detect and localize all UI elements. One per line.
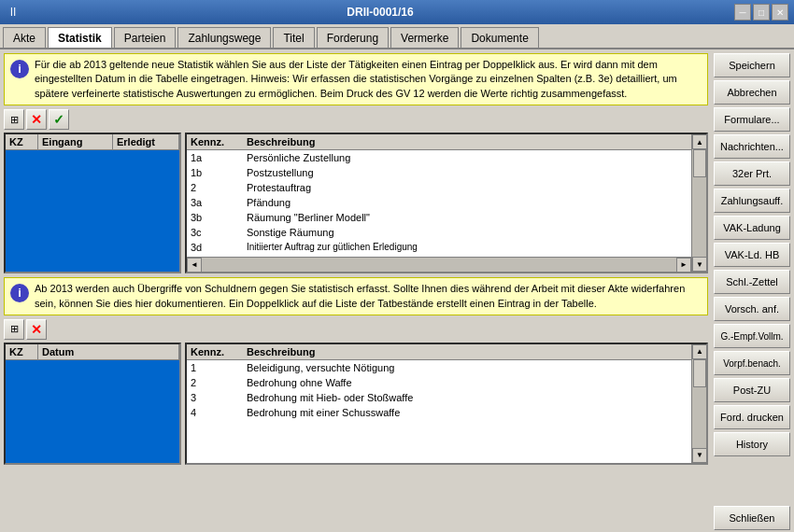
table-2-body[interactable] [6,360,179,463]
list-item[interactable]: 2Bedrohung ohne Waffe [187,375,706,390]
h-scroll-track-1[interactable] [202,258,676,272]
g-empf-vollm-button[interactable]: G.-Empf.Vollm. [714,324,790,348]
maximize-button[interactable]: □ [753,4,770,21]
tab-bar: Akte Statistik Parteien Zahlungswege Tit… [0,24,794,49]
list-item[interactable]: 4Bedrohung mit einer Schusswaffe [187,405,706,420]
tool-btn-check-1[interactable]: ✓ [49,109,69,130]
scroll-down-1[interactable]: ▼ [692,257,707,272]
scroll-thumb-2[interactable] [693,359,706,387]
col-kz-2: KZ [6,344,38,359]
list-2-body: 1Beleidigung, versuchte Nötigung 2Bedroh… [187,360,706,463]
list-2-scrollbar[interactable]: ▲ ▼ [691,344,706,463]
list-item[interactable]: 1bPostzustellung [187,165,706,180]
list-item[interactable]: 1aPersönliche Zustellung [187,150,706,165]
list-box-2: Kennz. Beschreibung 1Beleidigung, versuc… [185,343,708,465]
window-title: DRII-0001/16 [26,6,734,19]
info-box-1: i Für die ab 2013 geltende neue Statisti… [4,53,708,105]
col-eingang: Eingang [38,134,113,149]
h-scrollbar-1[interactable]: ◄ ► [187,257,691,272]
zahlungsauff-button[interactable]: Zahlungsauff. [714,189,790,213]
table-section-1: KZ Eingang Erledigt Kennz. Beschreibung … [4,133,708,273]
list-item[interactable]: 2Protestauftrag [187,180,706,195]
table-2: KZ Datum [4,343,181,465]
left-panel: i Für die ab 2013 geltende neue Statisti… [0,49,712,532]
h-scroll-left-1[interactable]: ◄ [187,258,202,273]
toolbar-2: ⊞ ✕ [4,319,708,340]
col-kz-1: KZ [6,134,38,149]
32er-prt-button[interactable]: 32er Prt. [714,161,790,186]
list-item[interactable]: 3Bedrohung mit Hieb- oder Stoßwaffe [187,390,706,405]
table-1: KZ Eingang Erledigt [4,133,181,273]
info-text-2: Ab 2013 werden auch Übergriffe von Schul… [35,282,702,311]
title-bar: II DRII-0001/16 ─ □ ✕ [0,0,794,24]
list-item[interactable]: 3cSonstige Räumung [187,225,706,240]
vorpf-benach-button[interactable]: Vorpf.benach. [714,351,790,375]
toolbar-1: ⊞ ✕ ✓ [4,109,708,130]
scroll-thumb-1[interactable] [693,149,706,177]
table-2-header: KZ Datum [6,344,179,360]
tool-btn-grid-2[interactable]: ⊞ [4,319,24,340]
table-section-2: KZ Datum Kennz. Beschreibung 1Beleidigun… [4,343,708,465]
tool-btn-delete-2[interactable]: ✕ [26,319,47,340]
app-icon: II [6,5,21,20]
tab-dokumente[interactable]: Dokumente [461,27,538,48]
schliessen-button[interactable]: Schließen [714,506,790,530]
tab-titel[interactable]: Titel [273,27,314,48]
scroll-track-2[interactable] [692,359,706,448]
tab-akte[interactable]: Akte [3,27,46,48]
col-beschr-1: Beschreibung [247,136,702,147]
tab-statistik[interactable]: Statistik [48,27,112,48]
col-kennz-2: Kennz. [191,346,247,357]
list-2-header: Kennz. Beschreibung [187,344,706,360]
h-scroll-right-1[interactable]: ► [676,258,691,273]
scroll-down-2[interactable]: ▼ [692,448,707,463]
tool-btn-grid-1[interactable]: ⊞ [4,109,24,130]
info-box-2: i Ab 2013 werden auch Übergriffe von Sch… [4,277,708,315]
scroll-track-1[interactable] [692,149,706,257]
tab-forderung[interactable]: Forderung [317,27,389,48]
list-1-body: 1aPersönliche Zustellung 1bPostzustellun… [187,150,706,272]
formulare-button[interactable]: Formulare... [714,107,790,132]
vorsch-anf-button[interactable]: Vorsch. anf. [714,297,790,321]
list-item[interactable]: 1Beleidigung, versuchte Nötigung [187,360,706,375]
list-item[interactable]: 3aPfändung [187,195,706,210]
vak-ladung-button[interactable]: VAK-Ladung [714,216,790,240]
col-kennz-1: Kennz. [191,136,247,147]
tab-vermerke[interactable]: Vermerke [390,27,459,48]
list-box-1: Kennz. Beschreibung 1aPersönliche Zustel… [185,133,708,273]
table-1-body[interactable] [6,150,179,272]
table-1-header: KZ Eingang Erledigt [6,134,179,150]
minimize-button[interactable]: ─ [734,4,751,21]
speichern-button[interactable]: Speichern [714,53,790,77]
history-button[interactable]: History [714,432,790,456]
schl-zettel-button[interactable]: Schl.-Zettel [714,270,790,294]
tool-btn-delete-1[interactable]: ✕ [26,109,47,130]
scroll-up-1[interactable]: ▲ [692,134,707,149]
info-text-1: Für die ab 2013 geltende neue Statistik … [35,58,702,101]
window-controls: ─ □ ✕ [734,4,788,21]
scroll-up-2[interactable]: ▲ [692,344,707,359]
window: II DRII-0001/16 ─ □ ✕ Akte Statistik Par… [0,0,794,532]
info-icon-2: i [10,284,29,302]
close-button[interactable]: ✕ [772,4,788,21]
list-1-header: Kennz. Beschreibung [187,134,706,150]
tab-parteien[interactable]: Parteien [114,27,177,48]
post-zu-button[interactable]: Post-ZU [714,378,790,402]
tab-zahlungswege[interactable]: Zahlungswege [177,27,271,48]
info-icon-1: i [10,60,29,78]
col-datum: Datum [38,344,179,359]
list-1-scrollbar[interactable]: ▲ ▼ [691,134,706,272]
ford-drucken-button[interactable]: Ford. drucken [714,405,790,429]
col-erledigt: Erledigt [113,134,179,149]
vak-ld-hb-button[interactable]: VAK-Ld. HB [714,243,790,267]
main-content: i Für die ab 2013 geltende neue Statisti… [0,49,794,532]
nachrichten-button[interactable]: Nachrichten... [714,134,790,159]
right-sidebar: Speichern Abbrechen Formulare... Nachric… [712,49,794,532]
list-item[interactable]: 3dInitiierter Auftrag zur gütlichen Erle… [187,240,706,255]
abbrechen-button[interactable]: Abbrechen [714,80,790,105]
list-item[interactable]: 3bRäumung "Berliner Modell" [187,210,706,225]
col-beschr-2: Beschreibung [247,346,702,357]
